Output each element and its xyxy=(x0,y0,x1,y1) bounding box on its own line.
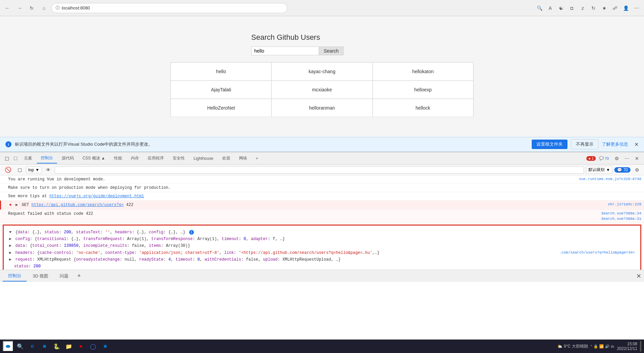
eye-icon[interactable]: 👁 xyxy=(44,167,53,173)
taskbar-redhat-icon[interactable]: ● xyxy=(76,341,86,352)
level-dropdown[interactable]: 默认级别 ▼ xyxy=(586,166,612,174)
back-button[interactable]: ← xyxy=(3,3,12,13)
info-badge-icon[interactable]: i xyxy=(189,230,194,235)
filter-icon[interactable]: ◻ xyxy=(16,166,24,174)
message-count: 70 xyxy=(623,168,628,172)
headers-line[interactable]: ▶ headers: {cache-control: 'no-cache', c… xyxy=(9,249,380,256)
bookmarks-icon[interactable]: ★ xyxy=(599,3,609,13)
console-error-text: ● ▶ GET https://api.github.com/search/us… xyxy=(9,202,134,208)
request-line[interactable]: ▶ request: XMLHttpRequest {onreadystatec… xyxy=(9,256,635,263)
result-item[interactable]: helloexp xyxy=(373,81,473,99)
forward-button[interactable]: → xyxy=(15,3,24,13)
bottom-tab-3d[interactable]: 3D 视图 xyxy=(27,271,54,281)
result-item[interactable]: helloranman xyxy=(271,99,372,117)
tab-elements[interactable]: 元素 xyxy=(20,153,36,163)
lock-icon: ⓘ xyxy=(56,5,60,11)
tab-css-overview[interactable]: CSS 概述 ▲ xyxy=(79,153,109,163)
filter-input[interactable] xyxy=(55,166,584,174)
console-line: You are running Vue in development mode.… xyxy=(0,175,644,184)
tab-lighthouse[interactable]: Lighthouse xyxy=(189,154,217,163)
taskbar-vscode-icon[interactable]: ■ xyxy=(39,341,50,352)
tab-performance[interactable]: 性能 xyxy=(110,153,126,163)
search-icon[interactable]: 🔍 xyxy=(535,3,544,13)
object-block: ▼ {data: {…}, status: 200, statusText: '… xyxy=(3,225,641,270)
status-line: status: 200 xyxy=(9,263,635,270)
add-tab-icon[interactable]: + xyxy=(75,272,84,280)
level-label: 默认级别 xyxy=(588,167,605,173)
start-button[interactable]: ⬬ xyxy=(3,341,13,352)
translate-icon[interactable]: A xyxy=(546,3,555,13)
results-grid: hello kayac-chang hellokaton AjayTalati … xyxy=(170,62,474,117)
tab-application[interactable]: 应用程序 xyxy=(144,153,168,163)
devtools-close-icon[interactable]: ✕ xyxy=(633,154,641,163)
bottom-tab-issues[interactable]: 问题 xyxy=(54,271,74,281)
search-vue-link-1[interactable]: Search.vue?389a:34 xyxy=(601,211,641,216)
bottom-tab-console[interactable]: 控制台 xyxy=(3,271,27,282)
context-dropdown[interactable]: top ▼ xyxy=(26,167,42,173)
result-item[interactable]: AjayTalati xyxy=(171,81,271,99)
devtools-undock-icon[interactable]: □ xyxy=(12,155,19,162)
tab-sources[interactable]: 源代码 xyxy=(58,153,78,163)
address-bar[interactable]: ⓘ localhost:8080 xyxy=(51,3,287,13)
object-expand-icon[interactable]: ▼ xyxy=(9,230,11,235)
extensions-icon[interactable]: ☯ xyxy=(556,3,566,13)
deployment-link[interactable]: https://vuejs.org/guide/deployment.html xyxy=(49,194,144,199)
memory-saver-icon[interactable]: ◘ xyxy=(567,3,577,13)
devtools-settings-icon[interactable]: ⚙ xyxy=(612,154,621,163)
devtools-dock-icon[interactable]: ◻ xyxy=(3,154,11,162)
clear-console-icon[interactable]: 🚫 xyxy=(3,166,13,174)
update-icon[interactable]: ↻ xyxy=(589,3,598,13)
show-desktop-icon[interactable] xyxy=(640,341,641,352)
object-header[interactable]: ▼ {data: {…}, status: 200, statusText: '… xyxy=(9,229,194,236)
tab-welcome[interactable]: 欢迎 xyxy=(218,153,234,163)
twitter-icon[interactable]: 𝕫 xyxy=(578,3,587,13)
close-devtools-icon[interactable]: ✕ xyxy=(636,272,641,280)
api-url-link[interactable]: https://api.github.com/search/users?q= xyxy=(31,203,124,207)
data-line[interactable]: ▶ data: {total_count: 139850, incomplete… xyxy=(9,242,635,249)
refresh-button[interactable]: ↻ xyxy=(27,3,36,13)
headers-link[interactable]: .com/search/users?q=hello&page=34> xyxy=(559,249,635,256)
xhr-source-link[interactable]: xhr.js?1a5c:220 xyxy=(608,202,641,207)
result-item[interactable]: hello xyxy=(171,62,271,81)
result-item[interactable]: hellock xyxy=(373,99,473,117)
search-vue-link-2[interactable]: Search.vue?389a:31 xyxy=(601,216,641,222)
taskbar-search-icon[interactable]: 🔍 xyxy=(15,341,26,352)
more-icon[interactable]: ⋯ xyxy=(632,3,641,13)
set-root-folder-button[interactable]: 设置根文件夹 xyxy=(532,140,567,149)
weather-text: 9°C 大部晴朗 xyxy=(564,344,588,349)
tab-add[interactable]: + xyxy=(252,154,262,163)
collections-icon[interactable]: ☍ xyxy=(610,3,620,13)
taskbar-python-icon[interactable]: 🐍 xyxy=(51,341,62,352)
config-line[interactable]: ▶ config: {transitional: {…}, transformR… xyxy=(9,236,635,242)
home-button[interactable]: ⌂ xyxy=(39,3,49,13)
search-row: Search xyxy=(251,47,393,55)
error-badge[interactable]: ● 1 xyxy=(586,156,596,161)
expand-icon[interactable]: ▶ xyxy=(16,203,18,207)
result-item[interactable]: kayac-chang xyxy=(271,62,372,81)
result-item[interactable]: mcxiaoke xyxy=(271,81,372,99)
console-output: You are running Vue in development mode.… xyxy=(0,175,644,270)
level-chevron-icon: ▼ xyxy=(606,168,610,172)
taskbar-chrome-icon[interactable]: ◯ xyxy=(88,341,98,352)
taskbar-edge-icon[interactable]: e xyxy=(27,341,38,352)
taskbar: ⬬ 🔍 e ■ 🐍 📁 ● ◯ ■ ⛅ 9°C 大部晴朗 ^ 🔒 📶 🔊 🖮 1… xyxy=(0,340,644,353)
console-source-link[interactable]: vue.runtime.esm.js?c320:8748 xyxy=(579,176,641,182)
dont-show-again-button[interactable]: 不再显示 xyxy=(571,139,598,149)
search-input[interactable] xyxy=(251,47,319,55)
taskbar-vscode2-icon[interactable]: ■ xyxy=(100,341,111,352)
result-item[interactable]: hellokaton xyxy=(373,62,473,81)
profile-icon[interactable]: 👤 xyxy=(621,3,631,13)
warning-badge[interactable]: 💬 70 xyxy=(597,156,611,161)
learn-more-link[interactable]: 了解更多信息 xyxy=(602,141,628,147)
devtools-more-icon[interactable]: ⋯ xyxy=(622,154,631,163)
console-settings-icon[interactable]: ⚙ xyxy=(633,166,641,174)
taskbar-folder-icon[interactable]: 📁 xyxy=(63,341,74,352)
url-text: localhost:8080 xyxy=(62,5,90,10)
result-item[interactable]: HelloZeroNet xyxy=(171,99,271,117)
tab-console[interactable]: 控制台 xyxy=(37,153,57,164)
tab-security[interactable]: 安全性 xyxy=(169,153,189,163)
search-button[interactable]: Search xyxy=(319,47,344,55)
tab-memory[interactable]: 内存 xyxy=(127,153,143,163)
close-icon[interactable]: ✕ xyxy=(634,141,639,148)
tab-network[interactable]: 网络 xyxy=(235,153,251,163)
